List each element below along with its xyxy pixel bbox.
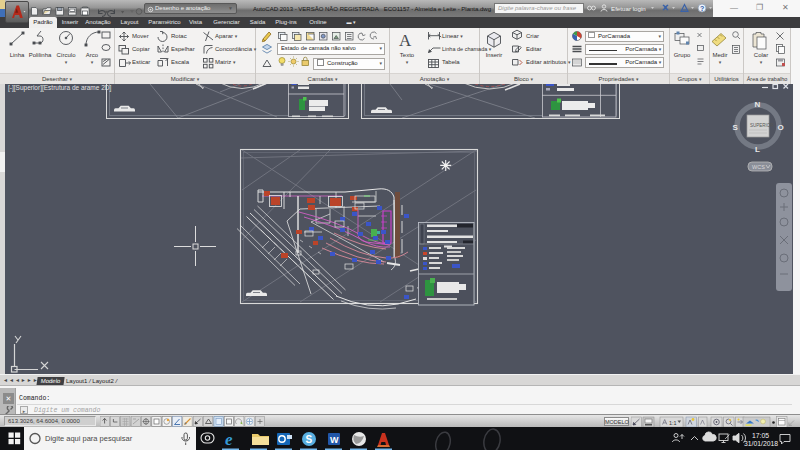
svg-text:e: e bbox=[225, 430, 233, 449]
svg-text:N: N bbox=[755, 100, 761, 109]
svg-text:S: S bbox=[306, 434, 313, 445]
svg-text:WCS: WCS bbox=[752, 164, 765, 170]
svg-text:Digite aqui para pesquisar: Digite aqui para pesquisar bbox=[45, 434, 133, 443]
svg-text:W: W bbox=[330, 435, 339, 445]
svg-text:SUPERIOR: SUPERIOR bbox=[750, 123, 774, 128]
svg-text:A: A bbox=[399, 31, 412, 50]
svg-text:?: ? bbox=[700, 5, 704, 12]
svg-text:17:05: 17:05 bbox=[752, 432, 769, 439]
svg-text:O: O bbox=[778, 123, 784, 132]
svg-text:Efetuar login: Efetuar login bbox=[611, 5, 646, 12]
svg-text:1:1: 1:1 bbox=[669, 420, 677, 426]
svg-text:S: S bbox=[733, 123, 739, 132]
svg-text:L: L bbox=[755, 145, 760, 154]
svg-text:31/01/2018: 31/01/2018 bbox=[744, 440, 778, 447]
